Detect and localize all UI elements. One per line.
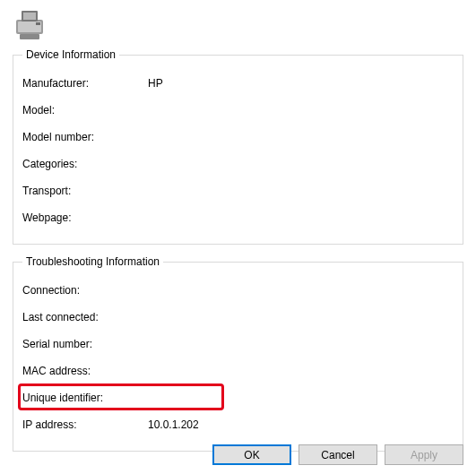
- svg-rect-5: [36, 22, 40, 25]
- serial-number-label: Serial number:: [22, 338, 148, 350]
- manufacturer-value: HP: [148, 77, 454, 90]
- apply-button[interactable]: Apply: [385, 444, 463, 465]
- manufacturer-row: Manufacturer: HP: [22, 70, 454, 97]
- troubleshooting-information-group: Troubleshooting Information Connection: …: [13, 255, 463, 452]
- dialog-button-bar: OK Cancel Apply: [212, 444, 463, 465]
- webpage-label: Webpage:: [22, 211, 148, 224]
- last-connected-value: [148, 311, 454, 323]
- last-connected-label: Last connected:: [22, 311, 148, 323]
- unique-identifier-value: [148, 392, 454, 404]
- categories-row: Categories:: [22, 151, 454, 177]
- connection-row: Connection:: [22, 277, 454, 304]
- transport-row: Transport:: [22, 177, 454, 204]
- device-information-legend: Device Information: [22, 48, 119, 61]
- ip-address-value: 10.0.1.202: [148, 418, 454, 431]
- connection-value: [148, 284, 454, 297]
- svg-rect-3: [23, 13, 36, 20]
- mac-address-value: [148, 365, 454, 377]
- connection-label: Connection:: [22, 284, 148, 297]
- categories-value: [148, 158, 454, 170]
- model-value: [148, 104, 454, 116]
- ok-button[interactable]: OK: [212, 444, 291, 465]
- unique-identifier-label: Unique identifier:: [22, 392, 148, 404]
- ip-address-row: IP address: 10.0.1.202: [22, 411, 454, 438]
- webpage-value: [148, 211, 454, 224]
- model-row: Model:: [22, 97, 454, 124]
- model-number-value: [148, 131, 454, 143]
- mac-address-label: MAC address:: [22, 365, 148, 377]
- last-connected-row: Last connected:: [22, 304, 454, 331]
- categories-label: Categories:: [22, 158, 148, 170]
- model-label: Model:: [22, 104, 148, 116]
- transport-label: Transport:: [22, 185, 148, 197]
- cancel-button[interactable]: Cancel: [299, 444, 377, 465]
- unique-identifier-row: Unique identifier:: [22, 384, 454, 411]
- mac-address-row: MAC address:: [22, 358, 454, 384]
- printer-icon: [13, 7, 48, 41]
- device-information-group: Device Information Manufacturer: HP Mode…: [13, 48, 463, 245]
- transport-value: [148, 185, 454, 197]
- ip-address-label: IP address:: [22, 418, 148, 431]
- svg-rect-4: [20, 34, 39, 39]
- serial-number-value: [148, 338, 454, 350]
- webpage-row: Webpage:: [22, 204, 454, 231]
- model-number-row: Model number:: [22, 124, 454, 151]
- troubleshooting-information-legend: Troubleshooting Information: [22, 255, 163, 268]
- serial-number-row: Serial number:: [22, 331, 454, 358]
- model-number-label: Model number:: [22, 131, 148, 143]
- manufacturer-label: Manufacturer:: [22, 77, 148, 90]
